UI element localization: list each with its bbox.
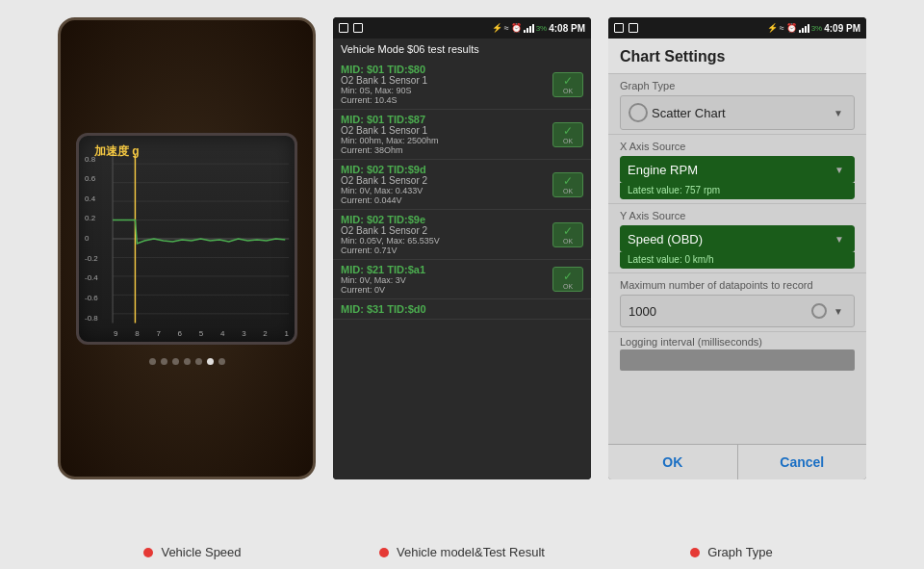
status-bar-2: ⚡ ≈ ⏰ 3% 4:08 PM <box>333 17 591 39</box>
test-item-3-mid: MID: $02 TID:$9d <box>341 164 552 175</box>
label-text-1: Vehicle Speed <box>161 545 241 559</box>
dot-7[interactable] <box>218 358 225 365</box>
photo-icon-2 <box>353 23 363 33</box>
dot-3[interactable] <box>172 358 179 365</box>
y-axis-labels: 0.8 0.6 0.4 0.2 0 -0.2 -0.4 -0.6 -0.8 <box>85 155 98 323</box>
x-axis-source-container: Engine RPM ▼ Latest value: 757 rpm <box>620 156 855 199</box>
ok-dialog-button[interactable]: OK <box>608 445 738 479</box>
max-datapoints-dropdown[interactable]: 1000 ▼ <box>620 295 855 327</box>
chart-title: 加速度 g <box>94 143 140 160</box>
x-axis-sub: Latest value: 757 rpm <box>620 183 855 199</box>
test-item-6: MID: $31 TID:$d0 <box>333 299 591 320</box>
max-datapoints-value: 1000 <box>629 304 811 319</box>
ok-check-1: ✓ OK <box>563 74 573 94</box>
dot-2[interactable] <box>161 358 167 365</box>
test-item-1-info: MID: $01 TID:$80 O2 Bank 1 Sensor 1 Min:… <box>341 64 552 105</box>
test-item-3-minmax: Min: 0V, Max: 0.433V <box>341 186 552 195</box>
ok-check-4: ✓ OK <box>563 224 573 245</box>
chart-area: 加速度 g 0.8 0.6 0.4 0.2 0 -0.2 -0.4 -0.6 -… <box>79 136 295 342</box>
dot-4[interactable] <box>184 358 191 365</box>
test-item-2: MID: $01 TID:$87 O2 Bank 1 Sensor 1 Min:… <box>333 110 591 160</box>
y-axis-source-dropdown[interactable]: Speed (OBD) ▼ <box>620 225 855 252</box>
wifi-icon: ≈ <box>504 23 509 33</box>
test-item-2-minmax: Min: 00hm, Max: 2500hm <box>341 136 552 145</box>
pagination-dots <box>149 358 225 365</box>
main-container: 加速度 g 0.8 0.6 0.4 0.2 0 -0.2 -0.4 -0.6 -… <box>0 0 924 569</box>
wifi-icon-3: ≈ <box>780 23 784 33</box>
ok-check-5: ✓ OK <box>563 270 573 290</box>
ok-button-3[interactable]: ✓ OK <box>552 172 583 197</box>
chart-settings-title: Chart Settings <box>608 39 866 74</box>
graph-type-dropdown[interactable]: Scatter Chart ▼ <box>620 95 855 130</box>
app-icon-3 <box>614 23 624 33</box>
label-item-3: Graph Type <box>597 545 866 559</box>
x-axis-source-dropdown[interactable]: Engine RPM ▼ <box>620 156 855 183</box>
test-item-4-mid: MID: $02 TID:$9e <box>341 214 552 225</box>
alarm-icon: ⏰ <box>511 23 522 33</box>
logging-input[interactable] <box>620 349 855 371</box>
test-item-5-minmax: Min: 0V, Max: 3V <box>341 275 552 285</box>
max-datapoints-section: Maximum number of datapoints to record 1… <box>608 273 866 331</box>
screen2-header-text: Vehicle Mode $06 test results <box>341 43 583 55</box>
datapoints-circle <box>811 303 827 319</box>
x-axis-labels: 9 8 7 6 5 4 3 2 1 <box>114 329 289 338</box>
ok-button-2[interactable]: ✓ OK <box>552 122 583 147</box>
label-text-2: Vehicle model&Test Result <box>397 545 545 559</box>
status-bar-3: ⚡ ≈ ⏰ 3% 4:09 PM <box>608 17 866 39</box>
y-label-06: 0.6 <box>85 174 98 183</box>
graph-type-circle <box>629 103 648 122</box>
labels-row: Vehicle Speed Vehicle model&Test Result … <box>0 537 924 569</box>
test-item-1: MID: $01 TID:$80 O2 Bank 1 Sensor 1 Min:… <box>333 60 591 110</box>
label-item-1: Vehicle Speed <box>58 545 327 559</box>
test-item-4-info: MID: $02 TID:$9e O2 Bank 1 Sensor 2 Min:… <box>341 214 552 255</box>
x-axis-arrow-icon: ▼ <box>832 162 847 177</box>
cancel-dialog-button[interactable]: Cancel <box>738 445 867 479</box>
dialog-buttons: OK Cancel <box>608 444 866 479</box>
label-dot-2 <box>379 548 389 557</box>
dot-6-active[interactable] <box>207 358 214 365</box>
test-item-2-info: MID: $01 TID:$87 O2 Bank 1 Sensor 1 Min:… <box>341 114 552 155</box>
dot-1[interactable] <box>149 358 156 365</box>
status-icons-left-3 <box>614 23 638 33</box>
test-item-5-mid: MID: $21 TID:$a1 <box>341 264 552 275</box>
status-time-2: 4:08 PM <box>549 23 585 34</box>
y-label-0: 0 <box>85 234 98 243</box>
y-axis-section: Y Axis Source Speed (OBD) ▼ Latest value… <box>608 204 866 272</box>
signal-bars-3 <box>799 23 809 33</box>
test-item-1-current: Current: 10.4S <box>341 95 552 105</box>
y-label-n04: -0.4 <box>85 273 98 282</box>
label-dot-1 <box>143 548 153 557</box>
datapoints-arrow-icon: ▼ <box>831 303 846 319</box>
y-axis-sub: Latest value: 0 km/h <box>620 252 855 269</box>
y-axis-source-container: Speed (OBD) ▼ Latest value: 0 km/h <box>620 225 855 269</box>
status-icons-left-2 <box>339 23 363 33</box>
graph-type-arrow-icon: ▼ <box>831 105 846 120</box>
y-axis-value: Speed (OBD) <box>628 232 832 246</box>
screen3-chart-settings: ⚡ ≈ ⏰ 3% 4:09 PM Chart Settings <box>608 17 866 479</box>
logging-label: Logging interval (milliseconds) <box>608 332 866 349</box>
ok-button-1[interactable]: ✓ OK <box>552 72 583 97</box>
test-item-6-info: MID: $31 TID:$d0 <box>341 303 583 315</box>
y-label-08: 0.8 <box>85 155 98 164</box>
test-item-4-current: Current: 0.71V <box>341 246 552 255</box>
spacer <box>608 375 866 444</box>
test-item-2-current: Current: 38Ohm <box>341 145 552 155</box>
dot-5[interactable] <box>195 358 202 365</box>
y-label-n02: -0.2 <box>85 254 98 263</box>
ok-button-5[interactable]: ✓ OK <box>552 267 583 292</box>
label-text-3: Graph Type <box>707 545 773 559</box>
screen2-header: Vehicle Mode $06 test results <box>333 39 591 60</box>
test-item-5-current: Current: 0V <box>341 285 552 295</box>
alarm-icon-3: ⏰ <box>786 23 797 33</box>
ok-check-3: ✓ OK <box>563 174 573 194</box>
screen3-content: Chart Settings Graph Type Scatter Chart … <box>608 39 866 479</box>
screens-row: 加速度 g 0.8 0.6 0.4 0.2 0 -0.2 -0.4 -0.6 -… <box>0 0 924 537</box>
test-item-4: MID: $02 TID:$9e O2 Bank 1 Sensor 2 Min:… <box>333 210 591 260</box>
bluetooth-icon-3: ⚡ <box>767 23 778 33</box>
ok-button-4[interactable]: ✓ OK <box>552 222 583 247</box>
status-icons-right-3: ⚡ ≈ ⏰ 3% 4:09 PM <box>767 23 860 34</box>
ok-check-2: ✓ OK <box>563 124 573 144</box>
y-label-02: 0.2 <box>85 214 98 222</box>
signal-bars-2 <box>524 23 534 33</box>
chart-container: 加速度 g 0.8 0.6 0.4 0.2 0 -0.2 -0.4 -0.6 -… <box>76 133 297 345</box>
